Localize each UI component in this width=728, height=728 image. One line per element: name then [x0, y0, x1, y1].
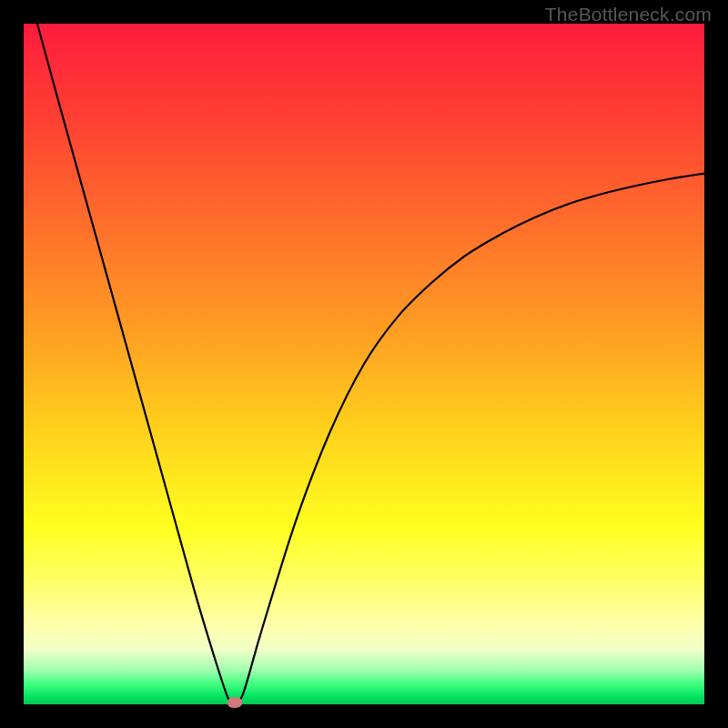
plot-area: [24, 24, 704, 704]
watermark-text: TheBottleneck.com: [545, 4, 712, 25]
optimal-marker: [228, 697, 242, 708]
chart-frame: TheBottleneck.com: [0, 0, 728, 728]
bottleneck-curve: [24, 24, 704, 704]
